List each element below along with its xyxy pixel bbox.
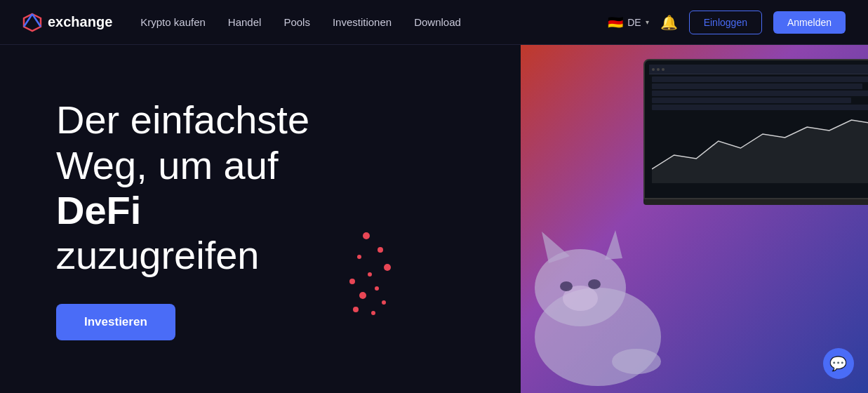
chevron-down-icon: ▾	[646, 18, 649, 26]
nav-handel[interactable]: Handel	[228, 16, 262, 28]
svg-point-8	[349, 279, 355, 284]
svg-point-20	[588, 279, 601, 289]
navbar-right: 🇩🇪 DE ▾ 🔔 Einloggen Anmelden	[608, 11, 846, 34]
logo-icon	[22, 13, 42, 32]
nav-pools[interactable]: Pools	[283, 16, 310, 28]
nav-links: Krypto kaufen Handel Pools Investitionen…	[140, 16, 461, 28]
hero-title-bold: DeFi	[56, 188, 141, 232]
svg-point-12	[353, 307, 359, 312]
svg-point-9	[375, 286, 379, 291]
hero-right: 💬	[521, 45, 868, 393]
laptop-screen	[643, 59, 868, 199]
chat-button[interactable]: 💬	[823, 348, 854, 379]
notifications-icon[interactable]: 🔔	[660, 14, 678, 31]
nav-krypto-kaufen[interactable]: Krypto kaufen	[140, 16, 206, 28]
navbar-left: exchange Krypto kaufen Handel Pools Inve…	[22, 13, 461, 32]
brand-name: exchange	[48, 14, 112, 30]
navbar: exchange Krypto kaufen Handel Pools Inve…	[0, 0, 868, 45]
login-button[interactable]: Einloggen	[689, 11, 762, 34]
nav-download[interactable]: Download	[414, 16, 461, 28]
hero-title-line2: Weg, um auf	[56, 143, 278, 187]
chat-icon: 💬	[829, 355, 847, 372]
hero-section: Der einfachste Weg, um auf DeFi zuzugrei…	[0, 45, 868, 393]
register-button[interactable]: Anmelden	[773, 11, 846, 34]
svg-point-21	[612, 349, 661, 374]
cat-illustration	[521, 182, 703, 393]
logo[interactable]: exchange	[22, 13, 112, 32]
svg-point-10	[359, 292, 366, 299]
svg-point-11	[382, 300, 386, 305]
hero-left: Der einfachste Weg, um auf DeFi zuzugrei…	[0, 45, 521, 393]
hero-title-line1: Der einfachste	[56, 98, 309, 142]
invest-button[interactable]: Investieren	[56, 304, 175, 340]
language-selector[interactable]: 🇩🇪 DE ▾	[608, 15, 648, 30]
svg-point-19	[560, 281, 573, 291]
flag-icon: 🇩🇪	[608, 15, 623, 30]
nav-investitionen[interactable]: Investitionen	[333, 16, 392, 28]
hero-title-line3: zuzugreifen	[56, 233, 260, 277]
lang-code: DE	[627, 17, 641, 28]
hero-image	[521, 45, 868, 393]
svg-marker-17	[605, 230, 622, 260]
svg-point-13	[371, 311, 375, 315]
hero-title: Der einfachste Weg, um auf DeFi zuzugrei…	[56, 98, 465, 279]
